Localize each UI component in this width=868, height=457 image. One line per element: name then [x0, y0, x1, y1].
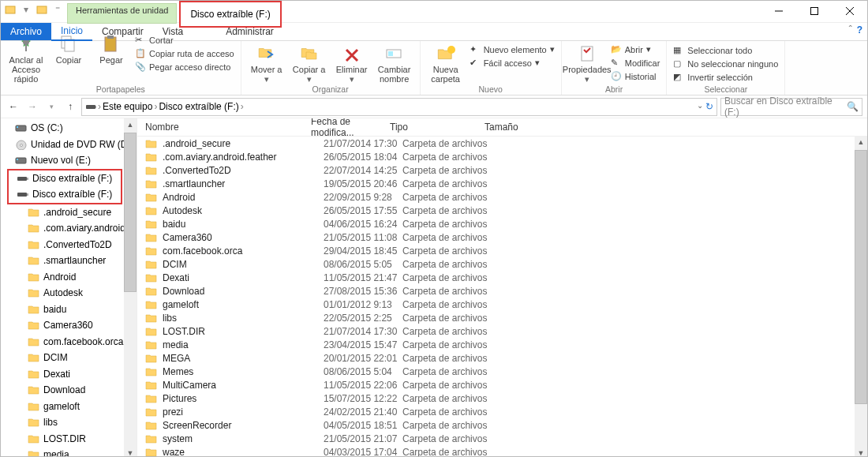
tree-item[interactable]: LOST.DIR — [1, 431, 137, 448]
file-row[interactable]: libs22/05/2015 2:25Carpeta de archivos — [137, 311, 867, 324]
history-button[interactable]: 🕘Historial — [611, 70, 660, 83]
rename-button[interactable]: Cambiar nombre — [376, 43, 413, 84]
easy-access-button[interactable]: ✔Fácil acceso ▾ — [470, 57, 555, 69]
file-row[interactable]: .com.aviary.android.feather26/05/2015 18… — [137, 150, 867, 163]
file-row[interactable]: Camera36021/05/2015 11:08Carpeta de arch… — [137, 230, 867, 244]
file-row[interactable]: Pictures15/07/2015 12:22Carpeta de archi… — [137, 391, 867, 405]
tree-item[interactable]: .smartlauncher — [1, 253, 137, 269]
file-row[interactable]: baidu04/06/2015 16:24Carpeta de archivos — [137, 217, 867, 230]
file-row[interactable]: media23/04/2015 15:47Carpeta de archivos — [137, 338, 867, 351]
nav-recent-button[interactable]: ▾ — [43, 99, 59, 114]
tree-item[interactable]: .android_secure — [1, 204, 137, 221]
file-row[interactable]: Memes08/06/2015 5:04Carpeta de archivos — [137, 365, 867, 378]
close-button[interactable] — [832, 1, 867, 21]
paste-shortcut-button[interactable]: 📎Pegar acceso directo — [135, 61, 234, 73]
column-header-size[interactable]: Tamaño — [485, 122, 548, 133]
copy-to-button[interactable]: Copiar a▾ — [290, 43, 328, 84]
tab-home[interactable]: Inicio — [51, 22, 92, 41]
file-row[interactable]: .smartlauncher19/05/2015 20:46Carpeta de… — [137, 177, 867, 190]
file-row[interactable]: com.facebook.orca29/04/2015 18:45Carpeta… — [137, 244, 867, 257]
tree-item[interactable]: com.facebook.orca — [1, 334, 137, 350]
scroll-down-icon[interactable]: ▼ — [124, 447, 137, 457]
tab-manage[interactable]: Administrar — [216, 23, 283, 40]
tree-item[interactable]: Disco extraíble (F:) — [9, 186, 121, 203]
chevron-right-icon[interactable]: › — [241, 101, 244, 112]
maximize-button[interactable] — [796, 1, 832, 21]
file-row[interactable]: Dexati11/05/2015 21:47Carpeta de archivo… — [137, 271, 867, 284]
scroll-thumb[interactable] — [124, 133, 137, 292]
column-header-date[interactable]: Fecha de modifica... — [311, 118, 390, 138]
pin-button[interactable]: Anclar al Acceso rápido — [7, 34, 45, 84]
file-row[interactable]: LOST.DIR21/07/2014 17:30Carpeta de archi… — [137, 324, 867, 338]
minimize-button[interactable] — [761, 1, 796, 21]
tree-scrollbar[interactable]: ▲ ▼ — [124, 118, 137, 457]
tree-item[interactable]: Nuevo vol (E:) — [1, 152, 137, 169]
file-row[interactable]: .android_secure21/07/2014 17:30Carpeta d… — [137, 137, 867, 150]
copy-path-button[interactable]: 📋Copiar ruta de acceso — [135, 47, 234, 60]
file-row[interactable]: Download27/08/2015 15:36Carpeta de archi… — [137, 284, 867, 298]
file-row[interactable]: prezi24/02/2015 21:40Carpeta de archivos — [137, 405, 867, 418]
tab-file[interactable]: Archivo — [1, 23, 51, 40]
tree-item[interactable]: OS (C:) — [1, 120, 137, 137]
search-input[interactable]: Buscar en Disco extraíble (F:) 🔍 — [720, 98, 862, 116]
tree-item[interactable]: baidu — [1, 302, 137, 318]
breadcrumb-item[interactable]: Este equipo — [103, 101, 152, 112]
qat-more-icon[interactable]: ⁼ — [51, 3, 64, 16]
tree-item[interactable]: Download — [1, 382, 137, 399]
file-row[interactable]: MultiCamera11/05/2015 22:06Carpeta de ar… — [137, 378, 867, 391]
tab-share[interactable]: Compartir — [92, 23, 153, 40]
breadcrumb-bar[interactable]: › Este equipo › Disco extraíble (F:) › ⌄… — [81, 98, 717, 116]
select-none-button[interactable]: ▢No seleccionar ninguno — [673, 58, 778, 70]
nav-forward-button[interactable]: → — [24, 99, 40, 114]
select-all-button[interactable]: ▦Seleccionar todo — [673, 44, 778, 57]
tree-item[interactable]: Android — [1, 269, 137, 286]
file-row[interactable]: ScreenRecorder04/05/2015 18:51Carpeta de… — [137, 418, 867, 432]
invert-selection-button[interactable]: ◩Invertir selección — [673, 71, 778, 84]
contextual-tab-drive-tools[interactable]: Herramientas de unidad — [67, 3, 177, 24]
file-row[interactable]: DCIM08/06/2015 5:05Carpeta de archivos — [137, 257, 867, 271]
tree-item[interactable]: Dexati — [1, 366, 137, 383]
open-button[interactable]: 📂Abrir ▾ — [611, 43, 660, 56]
tab-view[interactable]: Vista — [153, 23, 193, 40]
file-row[interactable]: .ConvertedTo2D22/07/2014 14:25Carpeta de… — [137, 163, 867, 177]
tree-item[interactable]: media — [1, 447, 137, 457]
tree-item[interactable]: libs — [1, 414, 137, 431]
tree-item[interactable]: Autodesk — [1, 285, 137, 302]
file-row[interactable]: gameloft01/01/2012 9:13Carpeta de archiv… — [137, 298, 867, 311]
file-row[interactable]: Android22/09/2015 9:28Carpeta de archivo… — [137, 190, 867, 204]
qat-folder-icon[interactable] — [36, 3, 48, 16]
nav-up-button[interactable]: ↑ — [62, 99, 78, 114]
new-item-button[interactable]: ✦Nuevo elemento ▾ — [470, 43, 555, 56]
tree-item[interactable]: Unidad de DVD RW (D:) e — [1, 137, 137, 153]
tree-item[interactable]: .ConvertedTo2D — [1, 237, 137, 253]
delete-button[interactable]: Eliminar▾ — [333, 43, 371, 84]
file-row[interactable]: waze04/03/2015 17:04Carpeta de archivos — [137, 445, 867, 457]
chevron-right-icon[interactable]: › — [98, 101, 101, 112]
nav-back-button[interactable]: ← — [6, 99, 21, 114]
modify-button[interactable]: ✎Modificar — [611, 57, 660, 69]
file-row[interactable]: MEGA20/01/2015 22:01Carpeta de archivos — [137, 351, 867, 365]
new-folder-button[interactable]: Nueva carpeta — [427, 43, 465, 84]
help-icon[interactable]: ? — [857, 24, 862, 36]
scroll-thumb[interactable] — [855, 150, 867, 404]
tree-item[interactable]: Camera360 — [1, 317, 137, 334]
breadcrumb-item[interactable]: Disco extraíble (F:) — [159, 101, 238, 112]
search-icon[interactable]: 🔍 — [847, 101, 859, 112]
qat-item-icon[interactable]: ▾ — [20, 3, 32, 16]
move-to-button[interactable]: Mover a▾ — [248, 43, 286, 84]
file-row[interactable]: system21/05/2015 21:07Carpeta de archivo… — [137, 432, 867, 445]
scroll-down-icon[interactable]: ▼ — [855, 447, 867, 457]
file-row[interactable]: Autodesk26/05/2015 17:55Carpeta de archi… — [137, 204, 867, 217]
column-header-name[interactable]: Nombre — [145, 122, 311, 133]
properties-button[interactable]: Propiedades▾ — [568, 43, 606, 84]
refresh-icon[interactable]: ↻ — [705, 101, 713, 112]
chevron-right-icon[interactable]: › — [154, 101, 157, 112]
scroll-up-icon[interactable]: ▲ — [855, 136, 867, 148]
breadcrumb-dropdown-icon[interactable]: ⌄ — [697, 101, 703, 112]
tree-item[interactable]: Disco extraíble (F:) — [9, 170, 121, 187]
scroll-up-icon[interactable]: ▲ — [124, 118, 137, 131]
ribbon-collapse-icon[interactable]: ˆ — [849, 24, 852, 36]
tree-item[interactable]: DCIM — [1, 350, 137, 366]
tree-item[interactable]: gameloft — [1, 399, 137, 415]
tree-item[interactable]: .com.aviary.android.feath — [1, 220, 137, 237]
